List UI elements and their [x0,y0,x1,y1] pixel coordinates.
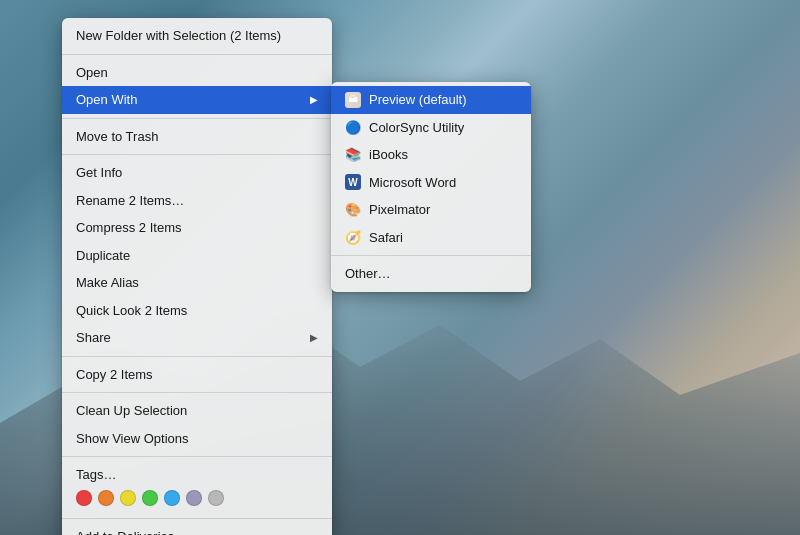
color-dots-row [76,488,318,508]
menu-item-get-info[interactable]: Get Info [62,159,332,187]
menu-item-move-trash[interactable]: Move to Trash [62,123,332,151]
submenu-item-preview-label: Preview (default) [369,90,467,110]
menu-item-clean-up[interactable]: Clean Up Selection [62,397,332,425]
menu-item-open-with[interactable]: Open With ▶ [62,86,332,114]
submenu-item-word[interactable]: W Microsoft Word [331,169,531,197]
menu-item-duplicate-label: Duplicate [76,246,130,266]
open-with-container: Open With ▶ 🏔 Preview (default) 🔵 ColorS… [62,86,332,114]
separator-5 [62,392,332,393]
menu-item-show-view-label: Show View Options [76,429,189,449]
menu-item-open-label: Open [76,63,108,83]
menu-item-new-folder-label: New Folder with Selection (2 Items) [76,26,281,46]
preview-icon: 🏔 [345,92,361,108]
submenu-item-pixelmator-label: Pixelmator [369,200,430,220]
ibooks-icon: 📚 [345,147,361,163]
menu-item-rename-label: Rename 2 Items… [76,191,184,211]
menu-item-quick-look[interactable]: Quick Look 2 Items [62,297,332,325]
separator-2 [62,118,332,119]
menu-item-copy[interactable]: Copy 2 Items [62,361,332,389]
menu-item-open-with-label: Open With [76,90,137,110]
color-dot-yellow[interactable] [120,490,136,506]
menu-item-show-view[interactable]: Show View Options [62,425,332,453]
tags-section: Tags… [62,461,332,514]
menu-item-clean-up-label: Clean Up Selection [76,401,187,421]
submenu-item-pixelmator[interactable]: 🎨 Pixelmator [331,196,531,224]
open-with-submenu: 🏔 Preview (default) 🔵 ColorSync Utility … [331,82,531,292]
menu-item-get-info-label: Get Info [76,163,122,183]
menu-item-make-alias-label: Make Alias [76,273,139,293]
pixelmator-icon: 🎨 [345,202,361,218]
submenu-item-safari[interactable]: 🧭 Safari [331,224,531,252]
submenu-item-colorsync[interactable]: 🔵 ColorSync Utility [331,114,531,142]
color-dot-red[interactable] [76,490,92,506]
submenu-separator [331,255,531,256]
submenu-item-word-label: Microsoft Word [369,173,456,193]
open-with-chevron-icon: ▶ [310,92,318,107]
submenu-item-other-label: Other… [345,264,391,284]
color-dot-blue[interactable] [164,490,180,506]
separator-1 [62,54,332,55]
safari-icon: 🧭 [345,229,361,245]
separator-4 [62,356,332,357]
menu-item-move-trash-label: Move to Trash [76,127,158,147]
menu-item-quick-look-label: Quick Look 2 Items [76,301,187,321]
submenu-item-other[interactable]: Other… [331,260,531,288]
menu-item-duplicate[interactable]: Duplicate [62,242,332,270]
color-dot-purple[interactable] [186,490,202,506]
color-dot-green[interactable] [142,490,158,506]
menu-item-make-alias[interactable]: Make Alias [62,269,332,297]
menu-item-open[interactable]: Open [62,59,332,87]
color-dot-gray[interactable] [208,490,224,506]
menu-item-add-deliveries[interactable]: Add to Deliveries [62,523,332,535]
submenu-item-ibooks-label: iBooks [369,145,408,165]
tags-label[interactable]: Tags… [76,465,318,484]
menu-item-add-deliveries-label: Add to Deliveries [76,527,174,535]
color-dot-orange[interactable] [98,490,114,506]
context-menu: New Folder with Selection (2 Items) Open… [62,18,332,535]
menu-item-share-label: Share [76,328,111,348]
separator-3 [62,154,332,155]
submenu-item-preview[interactable]: 🏔 Preview (default) [331,86,531,114]
submenu-item-ibooks[interactable]: 📚 iBooks [331,141,531,169]
submenu-item-safari-label: Safari [369,228,403,248]
separator-6 [62,456,332,457]
menu-item-rename[interactable]: Rename 2 Items… [62,187,332,215]
colorsync-icon: 🔵 [345,119,361,135]
menu-item-share[interactable]: Share ▶ [62,324,332,352]
menu-item-compress[interactable]: Compress 2 Items [62,214,332,242]
menu-item-copy-label: Copy 2 Items [76,365,153,385]
share-chevron-icon: ▶ [310,330,318,345]
word-icon: W [345,174,361,190]
submenu-item-colorsync-label: ColorSync Utility [369,118,464,138]
separator-7 [62,518,332,519]
menu-item-compress-label: Compress 2 Items [76,218,181,238]
menu-item-new-folder[interactable]: New Folder with Selection (2 Items) [62,22,332,50]
